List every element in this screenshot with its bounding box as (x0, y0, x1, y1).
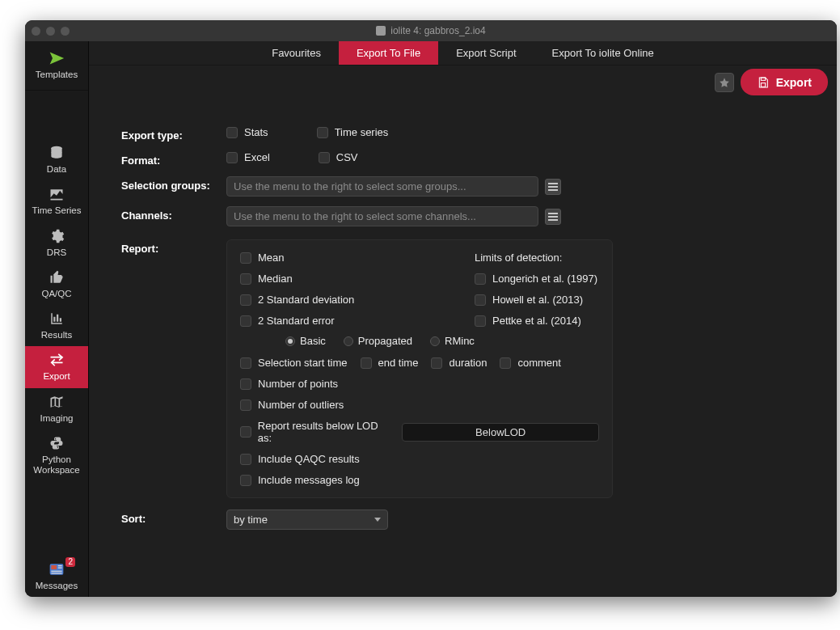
below-lod-input[interactable]: BelowLOD (402, 423, 599, 442)
tab-export-to-file[interactable]: Export To File (339, 41, 438, 65)
bar-chart-icon (44, 310, 69, 328)
save-icon (757, 76, 770, 89)
gear-icon (44, 227, 69, 245)
tab-label: Export To File (357, 47, 420, 59)
radio-propagated[interactable]: Propagated (344, 335, 412, 347)
checkbox-excel[interactable]: Excel (226, 151, 270, 163)
minimize-icon[interactable] (46, 27, 55, 36)
sidebar-templates[interactable]: Templates (25, 41, 88, 90)
checkbox-label: Number of outliers (258, 399, 344, 411)
sidebar-item-export[interactable]: Export (25, 346, 88, 387)
checkbox-label: 2 Standard error (258, 315, 335, 327)
radio-label: Basic (300, 335, 326, 347)
radio-label: RMinc (445, 335, 475, 347)
checkbox-below-lod[interactable]: Report results below LOD as: (240, 420, 392, 444)
checkbox-label: Median (258, 273, 293, 285)
sidebar-item-drs[interactable]: DRS (25, 222, 88, 264)
checkbox-label: Stats (244, 126, 268, 138)
sidebar-item-data[interactable]: Data (25, 139, 88, 180)
lod-heading: Limits of detection: (475, 252, 599, 264)
channels-menu-button[interactable] (545, 209, 561, 225)
selection-groups-input[interactable]: Use the menu to the right to select some… (226, 176, 538, 197)
checkbox-howell[interactable]: Howell et al. (2013) (475, 294, 599, 306)
favourite-button[interactable] (715, 73, 734, 92)
checkbox-label: Number of points (258, 378, 338, 390)
zoom-icon[interactable] (61, 27, 70, 36)
checkbox-2sd[interactable]: 2 Standard deviation (240, 294, 475, 306)
sidebar-item-label: Templates (36, 70, 78, 80)
checkbox-timeseries[interactable]: Time series (317, 126, 389, 138)
tab-favourites[interactable]: Favourites (254, 41, 339, 65)
label-channels: Channels: (121, 206, 226, 222)
chevron-down-icon (374, 518, 381, 522)
checkbox-duration[interactable]: duration (431, 357, 487, 369)
app-window: iolite 4: gabbros_2.io4 Templates Data (25, 20, 837, 597)
selection-groups-menu-button[interactable] (545, 179, 561, 195)
checkbox-sel-start[interactable]: Selection start time (240, 357, 348, 369)
channels-input[interactable]: Use the menu to the right to select some… (226, 206, 538, 226)
tab-label: Export To iolite Online (552, 47, 654, 59)
checkbox-end-time[interactable]: end time (361, 357, 419, 369)
sidebar-item-timeseries[interactable]: Time Series (25, 180, 88, 222)
close-icon[interactable] (32, 27, 40, 36)
sidebar-item-python[interactable]: Python Workspace (25, 429, 88, 481)
label-export-type: Export type: (121, 126, 226, 142)
window-title: iolite 4: gabbros_2.io4 (390, 25, 485, 36)
sidebar-item-imaging[interactable]: Imaging (25, 388, 88, 429)
chart-area-icon (44, 185, 69, 203)
messages-badge: 2 (65, 557, 75, 567)
python-icon (44, 434, 69, 452)
checkbox-stats[interactable]: Stats (226, 126, 268, 138)
radio-rminc[interactable]: RMinc (430, 335, 475, 347)
checkbox-label: Include messages log (258, 474, 360, 486)
sidebar-item-label: Messages (36, 581, 78, 591)
checkbox-label: end time (378, 357, 419, 369)
checkbox-label: Excel (244, 151, 270, 163)
svg-rect-7 (761, 78, 765, 80)
checkbox-2se[interactable]: 2 Standard error (240, 315, 475, 327)
checkbox-npoints[interactable]: Number of points (240, 378, 599, 390)
sidebar-item-label: Time Series (32, 205, 82, 216)
checkbox-median[interactable]: Median (240, 273, 475, 285)
sidebar-item-results[interactable]: Results (25, 305, 88, 346)
sidebar-item-label: Results (41, 330, 72, 340)
checkbox-include-log[interactable]: Include messages log (240, 474, 599, 486)
news-icon: 2 (44, 560, 69, 578)
export-button[interactable]: Export (741, 69, 828, 95)
checkbox-noutliers[interactable]: Number of outliers (240, 399, 599, 411)
svg-rect-4 (51, 573, 61, 573)
svg-rect-3 (51, 570, 61, 571)
sidebar-item-qaqc[interactable]: QA/QC (25, 264, 88, 305)
label-format: Format: (121, 151, 226, 167)
checkbox-pettke[interactable]: Pettke et al. (2014) (475, 315, 599, 327)
checkbox-label: Selection start time (258, 357, 348, 369)
database-icon (44, 144, 69, 162)
checkbox-label: CSV (336, 151, 358, 163)
tab-export-online[interactable]: Export To iolite Online (534, 41, 672, 65)
tab-export-script[interactable]: Export Script (438, 41, 534, 65)
label-report: Report: (121, 239, 226, 255)
map-icon (44, 393, 69, 411)
tabbar: Favourites Export To File Export Script … (89, 41, 837, 66)
sidebar-item-label: Imaging (40, 413, 74, 424)
radio-basic[interactable]: Basic (285, 335, 326, 347)
svg-rect-6 (58, 567, 62, 568)
select-value: by time (234, 514, 268, 526)
checkbox-csv[interactable]: CSV (319, 151, 358, 163)
sort-select[interactable]: by time (226, 509, 388, 530)
sidebar-item-label: Export (43, 371, 70, 382)
sidebar-item-messages[interactable]: 2 Messages (25, 556, 88, 597)
checkbox-mean[interactable]: Mean (240, 252, 475, 264)
transfer-icon (44, 351, 69, 369)
checkbox-include-qaqc[interactable]: Include QAQC results (240, 453, 599, 465)
checkbox-label: Pettke et al. (2014) (492, 315, 581, 327)
checkbox-label: Howell et al. (2013) (492, 294, 583, 306)
sidebar-item-label: Data (47, 164, 66, 175)
sidebar-item-label: QA/QC (41, 289, 71, 299)
paper-plane-icon (44, 49, 69, 67)
app-icon (376, 26, 386, 36)
checkbox-comment[interactable]: comment (500, 357, 560, 369)
svg-rect-8 (761, 82, 765, 87)
checkbox-longerich[interactable]: Longerich et al. (1997) (475, 273, 599, 285)
sidebar-item-label: Python Workspace (27, 455, 87, 476)
